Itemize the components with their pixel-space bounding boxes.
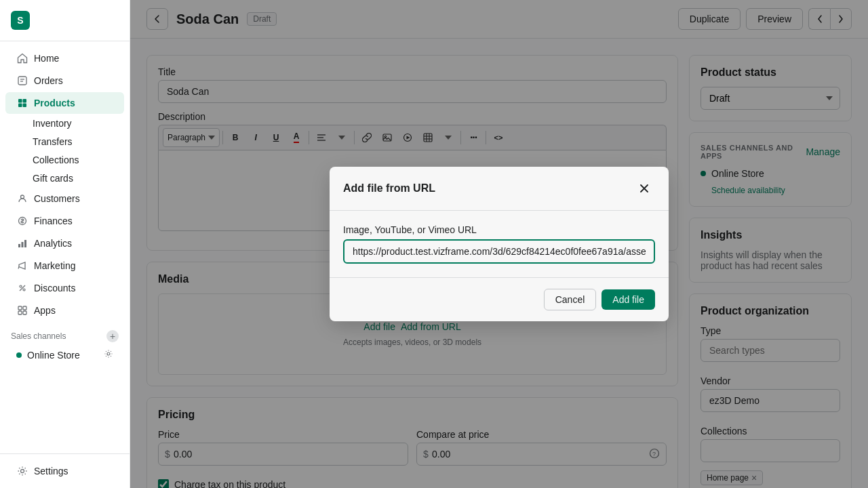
sidebar-item-home[interactable]: Home	[5, 47, 124, 69]
svg-rect-18	[23, 311, 26, 314]
svg-rect-6	[23, 104, 27, 108]
sidebar-item-label-analytics: Analytics	[34, 238, 72, 249]
modal-footer: Cancel Add file	[330, 277, 669, 321]
finances-icon	[16, 215, 28, 227]
svg-point-20	[21, 470, 24, 473]
sidebar-item-settings[interactable]: Settings	[5, 460, 124, 482]
modal-url-label: Image, YouTube, or Vimeo URL	[343, 224, 655, 235]
sidebar-item-analytics[interactable]: Analytics	[5, 232, 124, 254]
svg-rect-4	[23, 99, 27, 103]
sidebar-settings: Settings	[0, 453, 130, 488]
svg-rect-0	[18, 77, 26, 85]
sidebar-item-label-customers: Customers	[34, 193, 80, 204]
svg-rect-3	[18, 99, 22, 103]
sidebar-item-label-home: Home	[34, 53, 59, 64]
cancel-button[interactable]: Cancel	[544, 289, 597, 310]
orders-icon	[16, 75, 28, 87]
modal-body: Image, YouTube, or Vimeo URL	[330, 211, 669, 277]
marketing-icon	[16, 260, 28, 272]
sidebar-subitem-collections[interactable]: Collections	[22, 151, 124, 169]
channel-status-dot	[16, 352, 22, 358]
sidebar-channel-online-store[interactable]: Online Store	[5, 346, 124, 364]
sidebar-subitem-inventory[interactable]: Inventory	[22, 115, 124, 132]
svg-point-19	[107, 352, 110, 355]
modal-url-input[interactable]	[343, 239, 655, 264]
add-file-modal: Add file from URL Image, YouTube, or Vim…	[330, 167, 669, 321]
svg-rect-9	[18, 244, 20, 247]
customers-icon	[16, 192, 28, 205]
svg-point-12	[20, 285, 22, 287]
modal-header: Add file from URL	[330, 167, 669, 211]
modal-overlay[interactable]: Add file from URL Image, YouTube, or Vim…	[130, 0, 868, 488]
sidebar-item-customers[interactable]: Customers	[5, 188, 124, 209]
sidebar-item-label-orders: Orders	[34, 75, 63, 86]
sidebar-item-label-products: Products	[34, 98, 75, 108]
sidebar-subitem-label-transfers: Transfers	[33, 136, 73, 147]
sidebar-logo: S	[0, 0, 130, 41]
sidebar-subitem-transfers[interactable]: Transfers	[22, 133, 124, 150]
products-icon	[16, 97, 28, 109]
sidebar-subnav-products: Inventory Transfers Collections Gift car…	[0, 115, 130, 187]
sidebar-item-orders[interactable]: Orders	[5, 70, 124, 92]
sidebar-item-products[interactable]: Products	[5, 92, 124, 114]
settings-gear-icon	[16, 465, 28, 477]
svg-rect-16	[23, 306, 26, 310]
sidebar-subitem-label-giftcards: Gift cards	[33, 173, 73, 184]
sales-channels-section: Sales channels +	[0, 322, 130, 345]
sidebar-item-apps[interactable]: Apps	[5, 300, 124, 321]
home-icon	[16, 52, 28, 64]
modal-title: Add file from URL	[343, 182, 435, 195]
sidebar-item-label-discounts: Discounts	[34, 283, 75, 293]
add-sales-channel-btn[interactable]: +	[106, 330, 119, 342]
svg-rect-10	[22, 242, 24, 247]
sales-channels-label: Sales channels	[11, 331, 66, 341]
analytics-icon	[16, 237, 28, 249]
discounts-icon	[16, 282, 28, 294]
sidebar-subitem-giftcards[interactable]: Gift cards	[22, 169, 124, 187]
sidebar-item-label-settings: Settings	[34, 466, 68, 476]
svg-rect-11	[24, 240, 26, 247]
sidebar-item-label-apps: Apps	[34, 305, 56, 316]
svg-point-13	[23, 289, 25, 291]
channel-online-store-label: Online Store	[27, 350, 80, 361]
sidebar: S Home Orders Products Inventory	[0, 0, 130, 488]
sidebar-item-label-marketing: Marketing	[34, 260, 75, 271]
sidebar-item-discounts[interactable]: Discounts	[5, 277, 124, 299]
add-file-button[interactable]: Add file	[601, 289, 655, 310]
svg-rect-15	[18, 306, 22, 310]
sidebar-subitem-label-inventory: Inventory	[33, 118, 72, 129]
modal-close-button[interactable]	[633, 178, 655, 199]
sidebar-subitem-label-collections: Collections	[33, 155, 79, 165]
sidebar-nav: Home Orders Products Inventory Transfers	[0, 41, 130, 453]
channel-settings-icon[interactable]	[104, 349, 113, 361]
main-content: Soda Can Draft Duplicate Preview Title	[130, 0, 868, 488]
logo-icon: S	[11, 11, 30, 30]
svg-rect-17	[18, 311, 22, 314]
sidebar-item-label-finances: Finances	[34, 216, 73, 226]
svg-point-7	[21, 195, 24, 199]
sidebar-item-marketing[interactable]: Marketing	[5, 255, 124, 277]
svg-rect-5	[18, 104, 22, 108]
sidebar-item-finances[interactable]: Finances	[5, 210, 124, 232]
svg-line-14	[20, 285, 25, 291]
apps-icon	[16, 304, 28, 317]
